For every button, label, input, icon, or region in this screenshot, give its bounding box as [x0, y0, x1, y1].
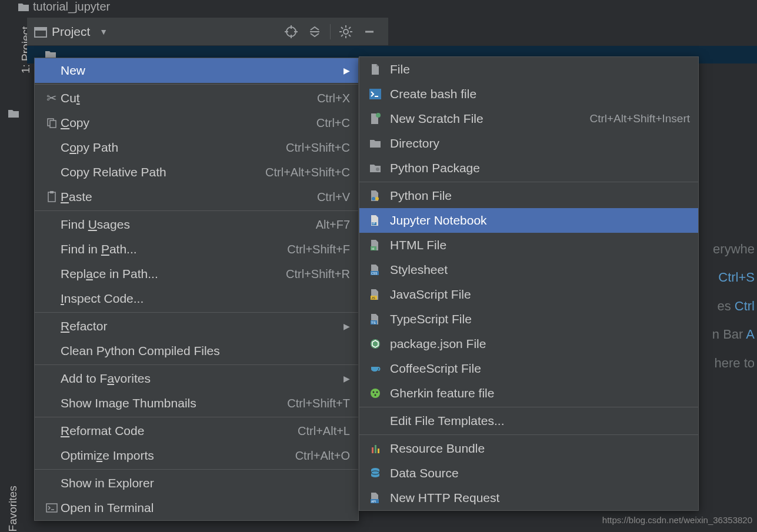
- title-bar: tutorial_jupyter: [0, 0, 757, 13]
- python-icon: [368, 190, 383, 202]
- npm-icon: [368, 339, 383, 349]
- chevron-right-icon: ▶: [344, 374, 350, 383]
- menu-new[interactable]: New▶: [35, 58, 358, 83]
- bash-icon: [368, 89, 383, 99]
- submenu-bash[interactable]: Create bash file: [359, 82, 698, 106]
- svg-rect-45: [372, 447, 374, 453]
- submenu-file[interactable]: File: [359, 57, 698, 82]
- menu-inspect-code[interactable]: Inspect Code...: [35, 286, 358, 311]
- submenu-python-package[interactable]: Python Package: [359, 156, 698, 180]
- menu-refactor[interactable]: Refactor▶: [35, 314, 358, 339]
- coffee-icon: [368, 363, 383, 374]
- separator: [35, 417, 358, 417]
- http-icon: API: [368, 492, 383, 504]
- svg-point-27: [376, 168, 379, 171]
- gear-icon[interactable]: [338, 24, 354, 40]
- menu-copy-path[interactable]: Copy PathCtrl+Shift+C: [35, 135, 358, 160]
- svg-text:H: H: [372, 247, 374, 250]
- svg-line-14: [349, 35, 351, 36]
- submenu-gherkin-file[interactable]: Gherkin feature file: [359, 381, 698, 406]
- clipboard-icon: [43, 191, 61, 203]
- window-title: tutorial_jupyter: [33, 0, 110, 14]
- svg-point-44: [375, 394, 376, 396]
- project-view-dropdown[interactable]: Project ▼: [34, 25, 108, 39]
- project-structure-icon[interactable]: [8, 109, 19, 118]
- context-menu: New▶ ✂CutCtrl+X CopyCtrl+C Copy PathCtrl…: [34, 58, 359, 521]
- menu-open-in-terminal[interactable]: Open in Terminal: [35, 496, 358, 520]
- submenu-javascript-file[interactable]: JSJavaScript File: [359, 282, 698, 307]
- separator: [359, 407, 698, 407]
- terminal-icon: [43, 503, 61, 513]
- svg-rect-20: [48, 192, 55, 202]
- menu-show-in-explorer[interactable]: Show in Explorer: [35, 471, 358, 496]
- svg-text:API: API: [371, 500, 376, 503]
- menu-reformat-code[interactable]: Reformat CodeCtrl+Alt+L: [35, 419, 358, 443]
- watermark: https://blog.csdn.net/weixin_36353820: [602, 515, 752, 525]
- locate-icon[interactable]: [283, 24, 299, 40]
- menu-optimize-imports[interactable]: Optimize ImportsCtrl+Alt+O: [35, 443, 358, 468]
- submenu-package-json[interactable]: package.json File: [359, 332, 698, 356]
- submenu-http-request[interactable]: APINew HTTP Request: [359, 486, 698, 510]
- separator: [35, 210, 358, 211]
- svg-rect-47: [378, 449, 379, 453]
- file-icon: [368, 63, 383, 75]
- svg-rect-19: [50, 121, 56, 128]
- separator: [359, 434, 698, 435]
- svg-rect-22: [46, 504, 57, 512]
- menu-copy-relative-path[interactable]: Copy Relative PathCtrl+Alt+Shift+C: [35, 160, 358, 185]
- menu-copy[interactable]: CopyCtrl+C: [35, 111, 358, 135]
- separator: [330, 24, 331, 39]
- svg-point-29: [375, 197, 379, 200]
- left-gutter: 1: Project : Favorites: [0, 18, 26, 532]
- svg-line-16: [349, 27, 351, 29]
- package-icon: [368, 163, 383, 173]
- menu-add-favorites[interactable]: Add to Favorites▶: [35, 366, 358, 391]
- svg-rect-21: [50, 191, 54, 193]
- menu-find-usages[interactable]: Find UsagesAlt+F7: [35, 212, 358, 237]
- separator: [359, 182, 698, 182]
- separator: [35, 312, 358, 313]
- svg-point-42: [373, 392, 375, 393]
- database-icon: [368, 467, 383, 479]
- separator: [35, 84, 358, 85]
- scratch-file-icon: [368, 113, 383, 125]
- submenu-stylesheet[interactable]: CSSStylesheet: [359, 257, 698, 282]
- minimize-icon[interactable]: [361, 24, 378, 40]
- svg-rect-1: [35, 28, 46, 31]
- svg-point-8: [344, 29, 348, 34]
- submenu-jupyter-notebook[interactable]: IPJupyter Notebook: [359, 208, 698, 233]
- collapse-all-icon[interactable]: [306, 24, 323, 40]
- svg-text:CSS: CSS: [371, 272, 378, 275]
- menu-clean-pyc[interactable]: Clean Python Compiled Files: [35, 339, 358, 363]
- menu-replace-in-path[interactable]: Replace in Path...Ctrl+Shift+R: [35, 262, 358, 286]
- chevron-down-icon: ▼: [99, 27, 108, 36]
- chevron-right-icon: ▶: [344, 322, 350, 331]
- submenu-coffeescript-file[interactable]: CoffeeScript File: [359, 356, 698, 381]
- project-view-label: Project: [52, 25, 90, 39]
- submenu-directory[interactable]: Directory: [359, 131, 698, 156]
- svg-line-15: [341, 35, 343, 36]
- submenu-typescript-file[interactable]: TSTypeScript File: [359, 307, 698, 332]
- submenu-scratch[interactable]: New Scratch FileCtrl+Alt+Shift+Insert: [359, 106, 698, 131]
- menu-paste[interactable]: PasteCtrl+V: [35, 185, 358, 209]
- ts-icon: TS: [368, 313, 383, 325]
- submenu-data-source[interactable]: Data Source: [359, 461, 698, 486]
- menu-find-in-path[interactable]: Find in Path...Ctrl+Shift+F: [35, 237, 358, 262]
- background-hints: erywhe Ctrl+S es Ctrl n Bar A here to: [712, 235, 757, 377]
- submenu-html-file[interactable]: HHTML File: [359, 233, 698, 257]
- svg-rect-24: [369, 89, 381, 99]
- sidebar-tab-favorites[interactable]: : Favorites: [6, 486, 19, 532]
- menu-show-thumbnails[interactable]: Show Image ThumbnailsCtrl+Shift+T: [35, 391, 358, 416]
- menu-cut[interactable]: ✂CutCtrl+X: [35, 86, 358, 111]
- gherkin-icon: [368, 388, 383, 399]
- submenu-python-file[interactable]: Python File: [359, 183, 698, 208]
- svg-line-13: [341, 27, 343, 29]
- svg-point-41: [371, 389, 380, 398]
- chevron-right-icon: ▶: [344, 66, 350, 75]
- submenu-edit-file-templates[interactable]: Edit File Templates...: [359, 409, 698, 433]
- jupyter-icon: IP: [368, 215, 383, 226]
- submenu-resource-bundle[interactable]: Resource Bundle: [359, 436, 698, 461]
- new-submenu: File Create bash file New Scratch FileCt…: [359, 56, 699, 511]
- svg-point-28: [372, 197, 375, 200]
- scissors-icon: ✂: [43, 91, 61, 105]
